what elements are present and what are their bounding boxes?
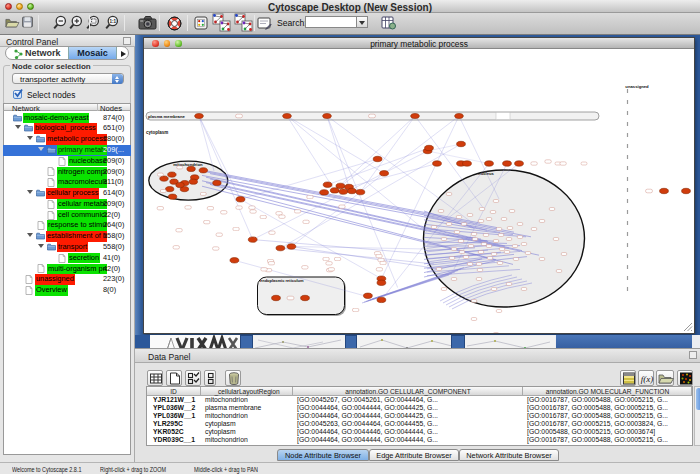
svg-text:unassigned: unassigned (625, 84, 649, 89)
svg-text:plasma membrane: plasma membrane (148, 114, 185, 119)
svg-text:endoplasmic reticulum: endoplasmic reticulum (260, 278, 304, 283)
svg-text:cytoplasm: cytoplasm (146, 130, 168, 135)
svg-text:f(x): f(x) (641, 374, 654, 384)
